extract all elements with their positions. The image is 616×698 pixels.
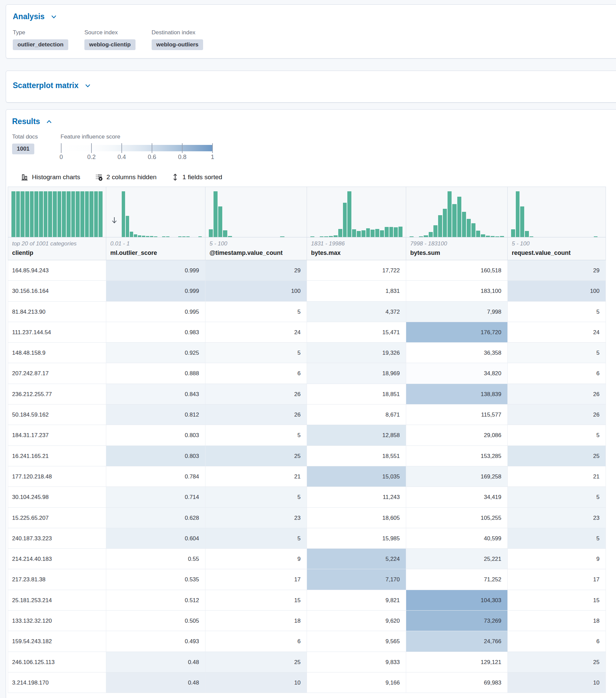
cell-clientip[interactable]: 236.212.255.77 — [8, 384, 106, 404]
cell-request.value_count[interactable]: 26 — [508, 404, 606, 425]
cell-request.value_count[interactable]: 10 — [508, 672, 606, 693]
cell-bytes.max[interactable]: 9,166 — [307, 672, 406, 693]
cell-clientip[interactable]: 111.237.144.54 — [8, 322, 106, 343]
cell-@timestamp.value_count[interactable]: 5 — [206, 528, 307, 549]
cell-ml.outlier_score[interactable]: 0.995 — [106, 302, 206, 322]
cell-bytes.sum[interactable]: 73,269 — [406, 611, 508, 631]
cell-bytes.sum[interactable]: 71,252 — [406, 569, 508, 590]
cell-clientip[interactable]: 30.104.245.98 — [8, 487, 106, 507]
analysis-accordion-toggle[interactable]: Analysis — [13, 12, 57, 21]
cell-clientip[interactable]: 207.242.87.17 — [8, 363, 106, 383]
cell-request.value_count[interactable]: 21 — [508, 466, 606, 487]
results-accordion-toggle[interactable]: Results — [12, 117, 53, 126]
cell-ml.outlier_score[interactable]: 0.493 — [106, 631, 206, 652]
cell-ml.outlier_score[interactable]: 0.812 — [106, 404, 206, 425]
cell-@timestamp.value_count[interactable]: 5 — [206, 425, 307, 446]
cell-bytes.sum[interactable]: 7,998 — [406, 302, 508, 322]
cell-clientip[interactable]: 214.214.40.183 — [8, 549, 106, 569]
cell-bytes.sum[interactable]: 24,766 — [406, 631, 508, 652]
cell-bytes.sum[interactable]: 176,720 — [406, 322, 508, 343]
cell-bytes.sum[interactable]: 105,255 — [406, 508, 508, 528]
column-header-bytes.sum[interactable]: 7998 - 183100bytes.sum — [406, 187, 508, 260]
cell-bytes.max[interactable]: 9,833 — [307, 652, 406, 672]
cell-bytes.sum[interactable]: 69,983 — [406, 672, 508, 693]
cell-bytes.max[interactable]: 15,471 — [307, 322, 406, 343]
cell-ml.outlier_score[interactable]: 0.999 — [106, 260, 206, 281]
cell-clientip[interactable]: 30.156.16.164 — [8, 281, 106, 301]
cell-clientip[interactable]: 184.31.17.237 — [8, 425, 106, 446]
cell-ml.outlier_score[interactable]: 0.983 — [106, 322, 206, 343]
column-header-clientip[interactable]: top 20 of 1001 categoriesclientip — [8, 187, 106, 260]
cell-@timestamp.value_count[interactable]: 5 — [206, 343, 307, 363]
cell-ml.outlier_score[interactable]: 0.48 — [106, 652, 206, 672]
cell-request.value_count[interactable]: 25 — [508, 446, 606, 466]
cell-ml.outlier_score[interactable]: 0.843 — [106, 384, 206, 404]
cell-bytes.sum[interactable]: 104,303 — [406, 590, 508, 611]
cell-@timestamp.value_count[interactable]: 17 — [206, 569, 307, 590]
cell-ml.outlier_score[interactable]: 0.714 — [106, 487, 206, 507]
cell-ml.outlier_score[interactable]: 0.505 — [106, 611, 206, 631]
cell-request.value_count[interactable]: 6 — [508, 631, 606, 652]
cell-clientip[interactable]: 15.225.65.207 — [8, 508, 106, 528]
cell-@timestamp.value_count[interactable]: 25 — [206, 652, 307, 672]
cell-ml.outlier_score[interactable]: 0.55 — [106, 549, 206, 569]
cell-clientip[interactable]: 164.85.94.243 — [8, 260, 106, 281]
cell-bytes.max[interactable]: 5,224 — [307, 549, 406, 569]
cell-@timestamp.value_count[interactable]: 100 — [206, 281, 307, 301]
cell-ml.outlier_score[interactable]: 0.888 — [106, 363, 206, 383]
cell-clientip[interactable]: 217.23.81.38 — [8, 569, 106, 590]
cell-@timestamp.value_count[interactable]: 15 — [206, 590, 307, 611]
cell-bytes.max[interactable]: 1,831 — [307, 281, 406, 301]
cell-@timestamp.value_count[interactable]: 23 — [206, 508, 307, 528]
cell-clientip[interactable]: 148.48.158.9 — [8, 343, 106, 363]
cell-bytes.max[interactable]: 9,620 — [307, 611, 406, 631]
cell-ml.outlier_score[interactable]: 0.999 — [106, 281, 206, 301]
cell-@timestamp.value_count[interactable]: 5 — [206, 302, 307, 322]
cell-bytes.max[interactable]: 18,605 — [307, 508, 406, 528]
cell-bytes.sum[interactable]: 34,419 — [406, 487, 508, 507]
cell-request.value_count[interactable]: 100 — [508, 281, 606, 301]
cell-@timestamp.value_count[interactable]: 26 — [206, 384, 307, 404]
cell-ml.outlier_score[interactable]: 0.604 — [106, 528, 206, 549]
cell-bytes.max[interactable]: 18,969 — [307, 363, 406, 383]
cell-bytes.sum[interactable]: 169,258 — [406, 466, 508, 487]
cell-request.value_count[interactable]: 5 — [508, 425, 606, 446]
column-header-ml.outlier_score[interactable]: 0.01 - 1ml.outlier_score — [106, 187, 206, 260]
histogram-charts-button[interactable]: Histogram charts — [21, 173, 80, 181]
cell-request.value_count[interactable]: 5 — [508, 487, 606, 507]
cell-bytes.max[interactable]: 12,858 — [307, 425, 406, 446]
cell-bytes.max[interactable]: 11,243 — [307, 487, 406, 507]
cell-request.value_count[interactable]: 9 — [508, 549, 606, 569]
cell-request.value_count[interactable]: 23 — [508, 508, 606, 528]
cell-request.value_count[interactable]: 26 — [508, 384, 606, 404]
cell-clientip[interactable]: 16.241.165.21 — [8, 446, 106, 466]
cell-ml.outlier_score[interactable]: 0.784 — [106, 466, 206, 487]
cell-clientip[interactable]: 240.187.33.223 — [8, 528, 106, 549]
cell-@timestamp.value_count[interactable]: 25 — [206, 446, 307, 466]
cell-bytes.sum[interactable]: 153,285 — [406, 446, 508, 466]
column-header-@timestamp.value_count[interactable]: 5 - 100@timestamp.value_count — [206, 187, 307, 260]
cell-clientip[interactable]: 50.184.59.162 — [8, 404, 106, 425]
cell-bytes.sum[interactable]: 34,820 — [406, 363, 508, 383]
column-header-bytes.max[interactable]: 1831 - 19986bytes.max — [307, 187, 406, 260]
cell-bytes.max[interactable]: 9,821 — [307, 590, 406, 611]
cell-@timestamp.value_count[interactable]: 26 — [206, 404, 307, 425]
cell-clientip[interactable]: 133.132.32.120 — [8, 611, 106, 631]
cell-ml.outlier_score[interactable]: 0.512 — [106, 590, 206, 611]
cell-@timestamp.value_count[interactable]: 10 — [206, 672, 307, 693]
cell-bytes.sum[interactable]: 29,086 — [406, 425, 508, 446]
cell-bytes.sum[interactable]: 129,121 — [406, 652, 508, 672]
cell-bytes.max[interactable]: 15,035 — [307, 466, 406, 487]
cell-@timestamp.value_count[interactable]: 6 — [206, 631, 307, 652]
cell-clientip[interactable]: 159.54.243.182 — [8, 631, 106, 652]
cell-@timestamp.value_count[interactable]: 21 — [206, 466, 307, 487]
cell-clientip[interactable]: 25.181.253.214 — [8, 590, 106, 611]
cell-bytes.sum[interactable]: 25,221 — [406, 549, 508, 569]
cell-ml.outlier_score[interactable]: 0.803 — [106, 446, 206, 466]
cell-request.value_count[interactable]: 18 — [508, 611, 606, 631]
cell-bytes.sum[interactable]: 115,577 — [406, 404, 508, 425]
cell-bytes.max[interactable]: 9,565 — [307, 631, 406, 652]
cell-bytes.max[interactable]: 15,985 — [307, 528, 406, 549]
scatterplot-accordion-toggle[interactable]: Scatterplot matrix — [13, 81, 92, 90]
cell-bytes.sum[interactable]: 183,100 — [406, 281, 508, 301]
